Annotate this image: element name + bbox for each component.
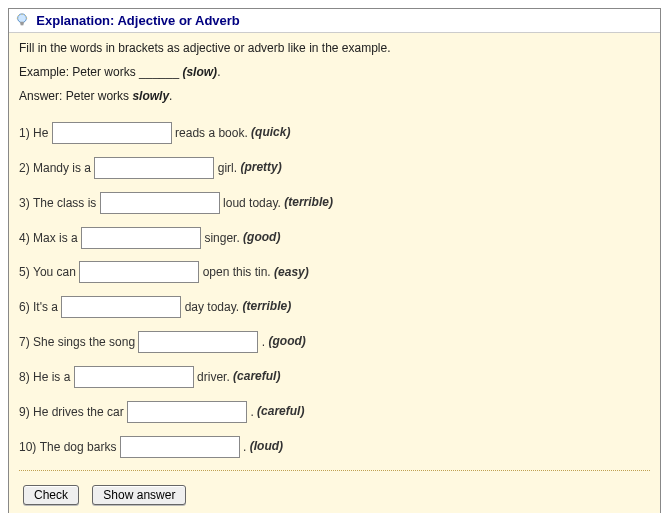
answer-input-5[interactable]: [79, 261, 199, 283]
example-blank: ______: [139, 65, 179, 79]
question-number: 10): [19, 436, 36, 458]
question-hint: (terrible): [243, 299, 292, 313]
question-hint: (good): [268, 334, 305, 348]
question-row: 10) The dog barks . (loud): [19, 435, 650, 458]
question-after: loud today.: [223, 192, 281, 214]
svg-point-0: [18, 14, 27, 23]
answer-label: Answer:: [19, 89, 62, 103]
question-row: 1) He reads a book. (quick): [19, 121, 650, 144]
question-after: reads a book.: [175, 122, 248, 144]
question-hint: (careful): [233, 369, 280, 383]
question-row: 3) The class is loud today. (terrible): [19, 191, 650, 214]
answer-input-8[interactable]: [74, 366, 194, 388]
question-before: She sings the song: [33, 331, 135, 353]
question-before: He: [33, 122, 48, 144]
check-button[interactable]: Check: [23, 485, 79, 505]
question-after: day today.: [185, 296, 239, 318]
divider: [19, 470, 650, 471]
answer-input-3[interactable]: [100, 192, 220, 214]
question-row: 8) He is a driver. (careful): [19, 365, 650, 388]
question-after: singer.: [204, 227, 239, 249]
question-number: 8): [19, 366, 30, 388]
answer-input-1[interactable]: [52, 122, 172, 144]
question-row: 7) She sings the song . (good): [19, 330, 650, 353]
question-after: .: [262, 331, 265, 353]
answer-input-7[interactable]: [138, 331, 258, 353]
question-hint: (easy): [274, 265, 309, 279]
question-after: open this tin.: [203, 261, 271, 283]
question-before: The class is: [33, 192, 96, 214]
answer-em: slowly: [132, 89, 169, 103]
button-bar: Check Show answer: [19, 481, 650, 513]
question-row: 9) He drives the car . (careful): [19, 400, 650, 423]
question-after: girl.: [218, 157, 237, 179]
question-row: 2) Mandy is a girl. (pretty): [19, 156, 650, 179]
question-hint: (careful): [257, 404, 304, 418]
example-hint: (slow): [182, 65, 217, 79]
question-before: Max is a: [33, 227, 78, 249]
example-prefix: Example: Peter works: [19, 65, 136, 79]
answer-input-6[interactable]: [61, 296, 181, 318]
question-row: 4) Max is a singer. (good): [19, 226, 650, 249]
svg-rect-1: [20, 22, 24, 25]
question-hint: (terrible): [284, 195, 333, 209]
question-after: .: [250, 401, 253, 423]
question-before: He is a: [33, 366, 70, 388]
exercise-card: Explanation: Adjective or Adverb Fill in…: [8, 8, 661, 513]
header: Explanation: Adjective or Adverb: [9, 9, 660, 33]
question-hint: (quick): [251, 125, 290, 139]
answer-input-9[interactable]: [127, 401, 247, 423]
show-answer-button[interactable]: Show answer: [92, 485, 186, 505]
lightbulb-icon: [15, 13, 29, 27]
question-number: 2): [19, 157, 30, 179]
answer-after: .: [169, 89, 172, 103]
question-number: 3): [19, 192, 30, 214]
question-before: The dog barks: [40, 436, 117, 458]
page-title: Explanation: Adjective or Adverb: [36, 13, 239, 28]
question-number: 6): [19, 296, 30, 318]
question-hint: (pretty): [240, 160, 281, 174]
answer-input-2[interactable]: [94, 157, 214, 179]
content: Fill in the words in brackets as adjecti…: [9, 33, 660, 513]
answer-input-10[interactable]: [120, 436, 240, 458]
instructions: Fill in the words in brackets as adjecti…: [19, 41, 650, 55]
question-hint: (loud): [250, 439, 283, 453]
question-row: 5) You can open this tin. (easy): [19, 261, 650, 284]
question-number: 1): [19, 122, 30, 144]
example-line: Example: Peter works ______ (slow).: [19, 65, 650, 79]
question-before: It's a: [33, 296, 58, 318]
question-number: 5): [19, 261, 30, 283]
question-list: 1) He reads a book. (quick) 2) Mandy is …: [19, 121, 650, 457]
question-number: 9): [19, 401, 30, 423]
answer-before: Peter works: [66, 89, 129, 103]
svg-rect-2: [21, 24, 24, 25]
question-number: 7): [19, 331, 30, 353]
question-before: He drives the car: [33, 401, 124, 423]
answer-input-4[interactable]: [81, 227, 201, 249]
question-hint: (good): [243, 230, 280, 244]
question-row: 6) It's a day today. (terrible): [19, 295, 650, 318]
question-after: .: [243, 436, 246, 458]
answer-line: Answer: Peter works slowly.: [19, 89, 650, 103]
question-before: Mandy is a: [33, 157, 91, 179]
example-suffix: .: [217, 65, 220, 79]
question-before: You can: [33, 261, 76, 283]
question-number: 4): [19, 227, 30, 249]
question-after: driver.: [197, 366, 230, 388]
